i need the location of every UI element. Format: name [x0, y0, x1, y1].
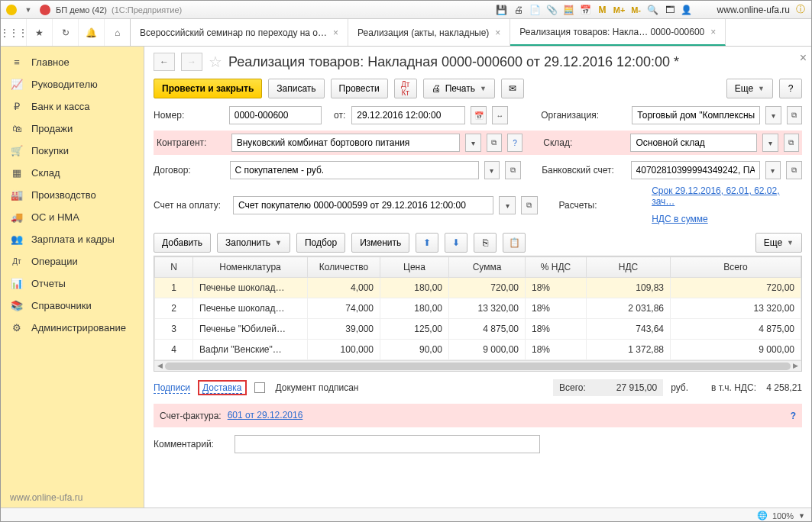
add-button[interactable]: Добавить: [154, 233, 211, 253]
sidebar-item-production[interactable]: 🏭Производство: [1, 184, 144, 206]
open-ref-btn[interactable]: ⧉: [784, 134, 799, 152]
calc-icon[interactable]: 🧮: [563, 4, 575, 16]
sidebar-item-bank[interactable]: ₽Банк и касса: [1, 95, 144, 118]
paste-button[interactable]: 📋: [503, 233, 526, 253]
post-button[interactable]: Провести: [331, 79, 388, 98]
mail-button[interactable]: ✉: [501, 79, 524, 98]
comment-input[interactable]: [235, 435, 540, 453]
col-price[interactable]: Цена: [380, 257, 449, 278]
calendar-btn[interactable]: 📅: [471, 106, 487, 124]
home-icon[interactable]: ⌂: [105, 19, 131, 46]
close-icon[interactable]: ×: [333, 27, 338, 38]
warehouse-input[interactable]: [630, 134, 757, 152]
sidebar-item-manager[interactable]: 📈Руководителю: [1, 73, 144, 95]
dropdown-btn[interactable]: ▾: [762, 134, 778, 152]
sidebar-item-assets[interactable]: 🚚ОС и НМА: [1, 206, 144, 228]
user-icon[interactable]: 👤: [681, 4, 693, 16]
calc-link[interactable]: Срок 29.12.2016, 62.01, 62.02, зач…: [652, 185, 802, 208]
dropdown-icon[interactable]: ▼: [22, 4, 34, 16]
col-nom[interactable]: Номенклатура: [193, 257, 308, 278]
col-vat-pct[interactable]: % НДС: [526, 257, 587, 278]
close-icon[interactable]: ×: [495, 27, 500, 38]
more-button[interactable]: Еще▼: [726, 79, 773, 98]
sidebar-item-sales[interactable]: 🛍Продажи: [1, 118, 144, 140]
m-icon[interactable]: M: [597, 4, 609, 16]
change-button[interactable]: Изменить: [351, 233, 409, 253]
col-qty[interactable]: Количество: [308, 257, 380, 278]
zoom-icon[interactable]: 🔍: [647, 4, 659, 16]
table-row[interactable]: 2Печенье шоколад…74,000180,0013 320,0018…: [155, 298, 801, 319]
nav-forward-button[interactable]: →: [181, 53, 202, 71]
calendar-icon[interactable]: 📅: [580, 4, 592, 16]
zoom-value[interactable]: 100%: [772, 511, 794, 520]
open-ref-btn[interactable]: ⧉: [505, 161, 521, 179]
grid-more-button[interactable]: Еще▼: [755, 233, 802, 253]
doc-icon[interactable]: 📄: [529, 4, 542, 16]
post-close-button[interactable]: Провести и закрыть: [154, 79, 262, 98]
info-icon[interactable]: ⓘ: [794, 4, 807, 16]
table-row[interactable]: 4Вафли "Венские"…100,00090,009 000,0018%…: [155, 340, 801, 360]
sidebar-item-refs[interactable]: 📚Справочники: [1, 295, 144, 317]
print-icon[interactable]: 🖨: [513, 4, 525, 16]
tab-1[interactable]: Всероссийский семинар по переходу на о…×: [131, 19, 348, 46]
dtkt-button[interactable]: ДтКт: [394, 79, 417, 98]
table-row[interactable]: 3Печенье "Юбилей…39,000125,004 875,0018%…: [155, 319, 801, 340]
number-input[interactable]: [229, 106, 322, 124]
open-ref-btn[interactable]: ⧉: [786, 161, 802, 179]
fill-button[interactable]: Заполнить▼: [217, 233, 290, 253]
save-button[interactable]: Записать: [268, 79, 324, 98]
org-input[interactable]: [632, 106, 760, 124]
contragent-input[interactable]: [231, 134, 461, 152]
bank-input[interactable]: [631, 161, 760, 179]
chevron-down-icon[interactable]: ▼: [798, 512, 805, 520]
move-up-button[interactable]: ⬆: [416, 233, 438, 253]
apps-icon[interactable]: ⋮⋮⋮: [1, 19, 27, 46]
table-row[interactable]: 1Печенье шоколад…4,000180,00720,0018%109…: [155, 278, 801, 298]
tab-3[interactable]: Реализация товаров: Накла… 0000-000600×: [510, 19, 726, 46]
facture-link[interactable]: 601 от 29.12.2016: [228, 410, 303, 421]
close-icon[interactable]: ×: [710, 27, 716, 37]
invoice-input[interactable]: [233, 196, 493, 214]
sidebar-item-salary[interactable]: 👥Зарплата и кадры: [1, 228, 144, 250]
open-ref-btn[interactable]: ⧉: [521, 196, 538, 214]
help-button[interactable]: ?: [779, 79, 802, 98]
col-sum[interactable]: Сумма: [449, 257, 526, 278]
sidebar-item-admin[interactable]: ⚙Администрирование: [1, 317, 144, 339]
contract-input[interactable]: [230, 161, 479, 179]
col-vat[interactable]: НДС: [587, 257, 671, 278]
open-btn[interactable]: ↔: [492, 106, 508, 124]
dropdown-btn[interactable]: ▾: [499, 196, 516, 214]
delivery-link[interactable]: Доставка: [202, 382, 242, 394]
select-button[interactable]: Подбор: [296, 233, 345, 253]
signed-checkbox[interactable]: [254, 382, 265, 393]
date-input[interactable]: [351, 106, 465, 124]
horizontal-scrollbar[interactable]: ◀▶: [154, 360, 801, 371]
favorite-icon[interactable]: ☆: [209, 53, 222, 71]
move-down-button[interactable]: ⬇: [445, 233, 467, 253]
col-n[interactable]: N: [155, 257, 193, 278]
help-btn[interactable]: ?: [507, 134, 522, 152]
col-total[interactable]: Всего: [671, 257, 801, 278]
dropdown-btn[interactable]: ▾: [765, 161, 781, 179]
sidebar-item-operations[interactable]: ДтОперации: [1, 250, 144, 272]
dropdown-btn[interactable]: ▾: [765, 106, 781, 124]
copy-button[interactable]: ⎘: [474, 233, 497, 253]
dropdown-btn[interactable]: ▾: [465, 134, 480, 152]
dropdown-btn[interactable]: ▾: [484, 161, 500, 179]
sidebar-item-reports[interactable]: 📊Отчеты: [1, 272, 144, 295]
sidebar-item-purchases[interactable]: 🛒Покупки: [1, 140, 144, 162]
star-icon[interactable]: ★: [27, 19, 53, 46]
open-ref-btn[interactable]: ⧉: [787, 106, 803, 124]
close-page-icon[interactable]: ×: [800, 51, 807, 65]
tab-2[interactable]: Реализация (акты, накладные)×: [348, 19, 510, 46]
print-button[interactable]: 🖨Печать▼: [423, 79, 495, 98]
clip-icon[interactable]: 📎: [546, 4, 558, 16]
help-icon[interactable]: ?: [791, 411, 796, 421]
bell-icon[interactable]: 🔔: [79, 19, 105, 46]
open-ref-btn[interactable]: ⧉: [487, 134, 502, 152]
m-plus-icon[interactable]: M+: [613, 4, 626, 16]
sidebar-item-main[interactable]: ≡Главное: [1, 51, 144, 73]
window-icon[interactable]: 🗔: [664, 4, 676, 16]
signatures-link[interactable]: Подписи: [154, 382, 190, 394]
sidebar-item-warehouse[interactable]: ▦Склад: [1, 162, 144, 184]
